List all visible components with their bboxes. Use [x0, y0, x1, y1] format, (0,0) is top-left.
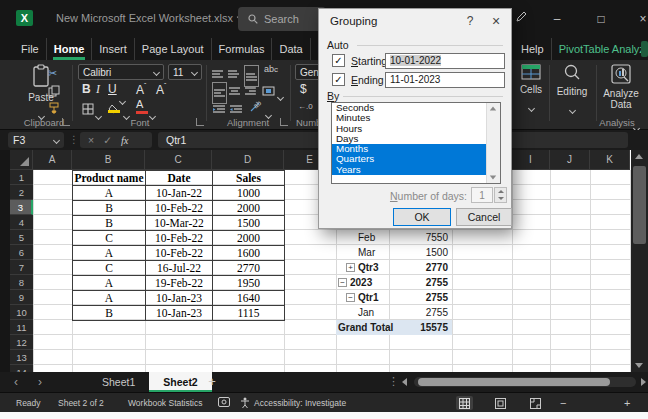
listbox-scrollbar[interactable] — [486, 103, 500, 183]
cancel-entry-icon[interactable]: × — [88, 134, 94, 146]
increase-decimal-button[interactable]: ←.0 — [298, 102, 313, 111]
alignment-dialog-launcher[interactable] — [280, 118, 288, 126]
borders-button[interactable] — [82, 101, 94, 119]
zoom-out-button[interactable]: − — [560, 397, 566, 409]
accessibility-status[interactable]: Accessibility: Investigate — [254, 398, 346, 408]
clipboard-dialog-launcher[interactable] — [62, 118, 70, 126]
cells-button[interactable]: Cells — [514, 64, 548, 115]
ribbon-tab-help[interactable]: Help — [514, 38, 551, 60]
add-sheet-button[interactable]: + — [204, 374, 220, 389]
insert-function-icon[interactable]: fx — [121, 135, 129, 146]
table-cell[interactable]: 10-Jan-22 — [146, 186, 213, 201]
align-middle-button[interactable] — [228, 65, 239, 83]
by-listbox[interactable]: SecondsMinutesHoursDaysMonthsQuartersYea… — [331, 102, 501, 184]
vertical-scroll-thumb[interactable] — [633, 166, 646, 244]
number-of-days-spinner[interactable] — [494, 187, 507, 203]
table-header-cell[interactable]: Sales — [213, 171, 285, 186]
number-of-days-field[interactable]: 1 — [471, 187, 493, 203]
page-break-view-button[interactable] — [527, 396, 544, 410]
ribbon-tab-formulas[interactable]: Formulas — [211, 38, 272, 60]
name-box[interactable]: F3 — [8, 132, 64, 148]
search-box[interactable]: Search — [238, 7, 326, 31]
table-cell[interactable]: 2770 — [213, 261, 285, 276]
shrink-font-button[interactable]: Aˇ — [156, 82, 166, 97]
maximize-button[interactable]: □ — [588, 8, 614, 30]
table-cell[interactable]: A — [73, 186, 146, 201]
ending-at-field[interactable]: 11-01-2023 — [385, 72, 505, 88]
zoom-in-button[interactable]: + — [624, 397, 630, 409]
page-layout-view-button[interactable] — [492, 396, 509, 410]
pivot-row-2023[interactable]: −20232755 — [336, 275, 452, 290]
by-option-years[interactable]: Years — [332, 165, 488, 175]
scroll-right-icon[interactable] — [641, 378, 646, 386]
copy-button[interactable] — [48, 83, 60, 101]
editing-button[interactable]: Editing — [552, 64, 592, 117]
table-cell[interactable]: A — [73, 246, 146, 261]
row-header-10[interactable]: 10 — [10, 305, 33, 320]
ribbon-tab-file[interactable]: File — [14, 38, 46, 60]
horizontal-scrollbar[interactable] — [414, 377, 636, 387]
row-header-2[interactable]: 2 — [10, 185, 33, 200]
italic-button[interactable]: I — [96, 82, 100, 97]
table-cell[interactable]: 1000 — [213, 186, 285, 201]
column-header-K[interactable]: K — [590, 150, 630, 169]
font-size-combo[interactable]: 11 — [168, 64, 202, 80]
pivot-row-qtr3[interactable]: +Qtr32770 — [336, 260, 452, 275]
dialog-close-button[interactable]: × — [487, 13, 505, 29]
row-header-12[interactable]: 12 — [10, 335, 33, 350]
row-header-1[interactable]: 1 — [10, 170, 33, 185]
table-cell[interactable]: 1950 — [213, 276, 285, 291]
table-cell[interactable]: A — [73, 291, 146, 306]
pivot-row-grand-total[interactable]: Grand Total15575 — [336, 320, 452, 335]
analyze-data-button[interactable]: AnalyzeData — [599, 64, 643, 110]
table-cell[interactable]: 2000 — [213, 231, 285, 246]
table-cell[interactable]: B — [73, 306, 146, 321]
sheet-tab-sheet2[interactable]: Sheet2 — [149, 372, 211, 392]
table-cell[interactable]: 1115 — [213, 306, 285, 321]
expand-icon[interactable]: + — [346, 263, 355, 272]
prev-sheet-button[interactable]: ‹ — [14, 375, 18, 389]
scroll-up-icon[interactable] — [490, 107, 496, 111]
tab-scroll-splitter[interactable]: ⋮ — [388, 375, 399, 388]
column-header-I[interactable]: I — [512, 150, 550, 169]
next-sheet-button[interactable]: › — [38, 375, 42, 389]
close-button[interactable]: × — [630, 8, 648, 30]
scroll-left-icon[interactable] — [402, 378, 407, 386]
column-header-B[interactable]: B — [72, 150, 145, 169]
document-title[interactable]: New Microsoft Excel Worksheet.xlsx — [56, 12, 244, 24]
table-cell[interactable]: 10-Feb-22 — [146, 246, 213, 261]
vertical-scrollbar[interactable] — [631, 150, 648, 372]
sheet-tab-sheet1[interactable]: Sheet1 — [88, 372, 149, 392]
normal-view-button[interactable] — [456, 396, 473, 410]
align-top-button[interactable] — [212, 65, 223, 83]
starting-at-checkbox[interactable]: ✓ — [332, 54, 345, 67]
column-header-A[interactable]: A — [33, 150, 72, 169]
pivot-row-jan[interactable]: Jan2755 — [336, 305, 452, 320]
accounting-format-button[interactable]: $ — [300, 82, 307, 96]
row-header-5[interactable]: 5 — [10, 230, 33, 245]
fill-color-button[interactable] — [108, 100, 120, 118]
decrease-indent-button[interactable] — [213, 100, 225, 118]
cut-button[interactable]: ✂ — [48, 67, 57, 80]
scroll-down-icon[interactable] — [490, 176, 496, 180]
ending-at-checkbox[interactable]: ✓ — [332, 73, 345, 86]
name-box-splitter[interactable]: ⋮ — [69, 134, 79, 145]
macro-record-icon[interactable] — [218, 397, 230, 409]
ribbon-tab-pivottable-analyze[interactable]: PivotTable Analyze — [551, 38, 648, 60]
table-cell[interactable]: 10-Jan-23 — [146, 306, 213, 321]
increase-indent-button[interactable] — [230, 100, 242, 118]
ribbon-tab-home[interactable]: Home — [46, 38, 92, 60]
orientation-button[interactable]: ab — [250, 98, 262, 116]
grow-font-button[interactable]: Aˆ — [136, 82, 146, 97]
collapse-icon[interactable]: − — [338, 278, 347, 287]
enter-entry-icon[interactable]: ✓ — [103, 134, 112, 146]
ribbon-tab-insert[interactable]: Insert — [91, 38, 134, 60]
pivot-row-mar[interactable]: Mar1500 — [336, 245, 452, 260]
ribbon-tab-page-layout[interactable]: Page Layout — [134, 38, 211, 60]
table-cell[interactable]: A — [73, 276, 146, 291]
table-cell[interactable]: 1600 — [213, 246, 285, 261]
row-header-13[interactable]: 13 — [10, 350, 33, 365]
format-painter-button[interactable] — [48, 100, 60, 118]
table-cell[interactable]: C — [73, 261, 146, 276]
row-header-8[interactable]: 8 — [10, 275, 33, 290]
